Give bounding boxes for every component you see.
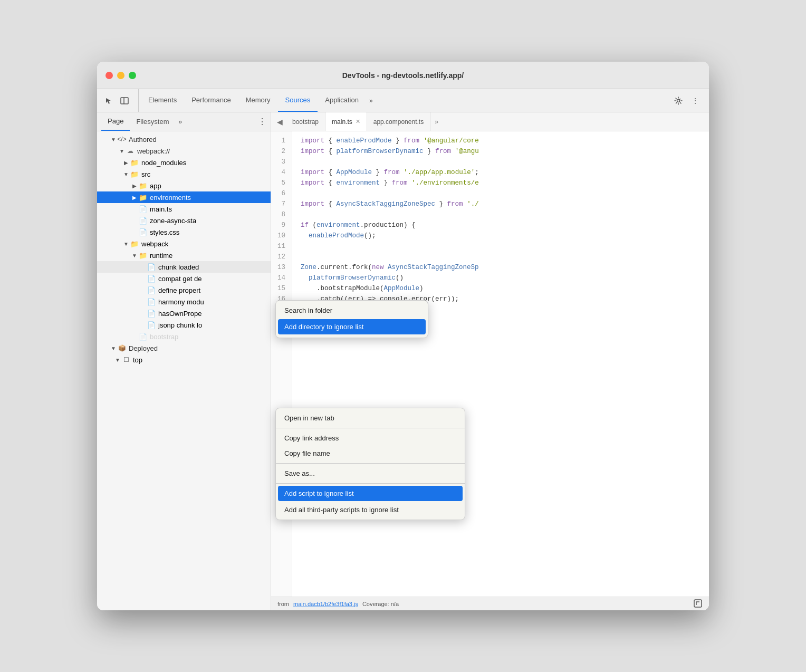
code-tabs-more-icon[interactable]: »: [430, 118, 443, 126]
tab-performance[interactable]: Performance: [184, 89, 238, 112]
runtime-item[interactable]: 📁 runtime: [97, 249, 271, 261]
main-ts-item[interactable]: 📄 main.ts: [97, 203, 271, 215]
code-tab-bar: ◀ bootstrap main.ts ✕ app.component.ts »: [271, 112, 709, 131]
app-item[interactable]: 📁 app: [97, 180, 271, 191]
jsonp-item[interactable]: 📄 jsonp chunk lo: [97, 319, 271, 331]
webpack-folder-arrow: [122, 240, 130, 247]
styles-css-item[interactable]: 📄 styles.css: [97, 226, 271, 238]
node-modules-item[interactable]: 📁 node_modules: [97, 157, 271, 168]
ctx-add-dir-ignore[interactable]: Add directory to ignore list: [278, 319, 426, 334]
bootstrap-file-icon: 📄: [138, 333, 148, 340]
webpack-section[interactable]: ☁ webpack://: [97, 145, 271, 157]
dock-icon[interactable]: [117, 93, 132, 108]
folder-icon: 📁: [130, 159, 139, 166]
main-tab-bar: Elements Performance Memory Sources Appl…: [97, 89, 709, 112]
more-options-icon[interactable]: ⋮: [688, 93, 703, 108]
devtools-window: DevTools - ng-devtools.netlify.app/ Elem…: [97, 62, 709, 610]
compat-label: compat get de: [158, 275, 202, 283]
code-tab-prev-icon[interactable]: ◀: [273, 116, 286, 128]
compat-arrow: [139, 275, 147, 282]
environments-folder-icon: 📁: [138, 194, 148, 201]
src-folder-icon: 📁: [130, 170, 139, 178]
sidebar-tab-page[interactable]: Page: [101, 112, 130, 131]
title-bar: DevTools - ng-devtools.netlify.app/: [97, 62, 709, 89]
code-icon: </>: [117, 136, 127, 143]
compat-item[interactable]: 📄 compat get de: [97, 273, 271, 284]
tab-application[interactable]: Application: [318, 89, 366, 112]
main-ts-label: main.ts: [150, 205, 172, 213]
runtime-folder-icon: 📁: [138, 252, 148, 259]
ctx-search-in-folder[interactable]: Search in folder: [276, 303, 428, 318]
close-tab-icon[interactable]: ✕: [356, 118, 360, 125]
webpack-label: webpack://: [137, 147, 170, 155]
bootstrap-item[interactable]: 📄 bootstrap: [97, 331, 271, 342]
src-item[interactable]: 📁 src: [97, 168, 271, 180]
window-title: DevTools - ng-devtools.netlify.app/: [342, 71, 464, 80]
ctx-copy-filename[interactable]: Copy file name: [276, 446, 465, 461]
tab-memory[interactable]: Memory: [238, 89, 278, 112]
context-menu-upper: Search in folder Add directory to ignore…: [275, 300, 428, 338]
zone-async-item[interactable]: 📄 zone-async-sta: [97, 215, 271, 226]
deployed-icon: 📦: [117, 344, 127, 352]
environments-arrow: [131, 194, 138, 201]
ctx-open-new-tab[interactable]: Open in new tab: [276, 410, 465, 426]
context-menu-lower: Open in new tab Copy link address Copy f…: [275, 408, 465, 520]
tab-elements[interactable]: Elements: [141, 89, 184, 112]
code-tab-app-component[interactable]: app.component.ts: [367, 112, 430, 131]
chunk-file-icon: 📄: [147, 263, 156, 271]
settings-icon[interactable]: [671, 93, 686, 108]
code-editor: ◀ bootstrap main.ts ✕ app.component.ts »…: [271, 112, 709, 610]
minimize-button[interactable]: [117, 72, 124, 79]
maximize-button[interactable]: [129, 72, 136, 79]
toolbar-right: ⋮: [671, 89, 709, 112]
cursor-icon[interactable]: [101, 93, 116, 108]
code-tab-bootstrap[interactable]: bootstrap: [286, 112, 325, 131]
file-tree: </> Authored ☁ webpack:// �: [97, 131, 271, 610]
define-prop-item[interactable]: 📄 define propert: [97, 284, 271, 296]
expand-icon[interactable]: [693, 599, 703, 608]
define-file-icon: 📄: [147, 286, 156, 294]
top-item[interactable]: ☐ top: [97, 354, 271, 366]
ctx-separator-1: [276, 428, 465, 428]
node-modules-arrow: [122, 159, 130, 166]
code-content: 12345 678910 1112131415 1617 import { en…: [271, 131, 709, 597]
more-tabs-button[interactable]: »: [366, 89, 376, 112]
app-arrow: [131, 182, 138, 189]
css-file-icon: 📄: [138, 228, 148, 236]
harmony-item[interactable]: 📄 harmony modu: [97, 296, 271, 308]
status-link[interactable]: main.dacb1/b2fe3f1fa3.js: [293, 601, 358, 607]
ctx-add-script-ignore[interactable]: Add script to ignore list: [278, 486, 463, 501]
webpack-arrow: [118, 147, 126, 155]
chunk-loaded-item[interactable]: 📄 chunk loaded: [97, 261, 271, 273]
environments-item[interactable]: 📁 environments: [97, 191, 271, 203]
toolbar-icons: [101, 89, 139, 112]
deployed-section[interactable]: 📦 Deployed: [97, 342, 271, 354]
sidebar-more-button[interactable]: »: [176, 116, 186, 128]
sidebar-menu-icon[interactable]: ⋮: [258, 117, 266, 127]
src-label: src: [141, 170, 150, 178]
environments-label: environments: [150, 194, 191, 201]
ctx-save-as[interactable]: Save as...: [276, 466, 465, 481]
styles-css-arrow: [131, 228, 138, 236]
harmony-label: harmony modu: [158, 298, 204, 306]
tab-sources[interactable]: Sources: [278, 89, 318, 112]
authored-label: Authored: [129, 136, 157, 143]
ctx-add-all-third-party[interactable]: Add all third-party scripts to ignore li…: [276, 502, 465, 517]
chunk-loaded-arrow: [139, 263, 147, 271]
sidebar-tab-filesystem[interactable]: Filesystem: [130, 112, 175, 131]
ts-file-icon: 📄: [138, 205, 148, 213]
ctx-copy-link[interactable]: Copy link address: [276, 430, 465, 446]
zone-file-icon: 📄: [138, 217, 148, 224]
webpack-folder-item[interactable]: 📁 webpack: [97, 238, 271, 249]
define-prop-label: define propert: [158, 286, 200, 294]
ctx-separator-3: [276, 483, 465, 484]
traffic-lights: [105, 72, 136, 79]
code-tab-main-ts[interactable]: main.ts ✕: [325, 112, 367, 131]
jsonp-label: jsonp chunk lo: [158, 321, 202, 329]
top-icon: ☐: [121, 356, 131, 363]
authored-section[interactable]: </> Authored: [97, 133, 271, 145]
has-own-item[interactable]: 📄 hasOwnPrope: [97, 308, 271, 319]
close-button[interactable]: [105, 72, 113, 79]
chunk-loaded-label: chunk loaded: [158, 263, 199, 271]
sidebar-tab-bar: Page Filesystem » ⋮: [97, 112, 271, 131]
